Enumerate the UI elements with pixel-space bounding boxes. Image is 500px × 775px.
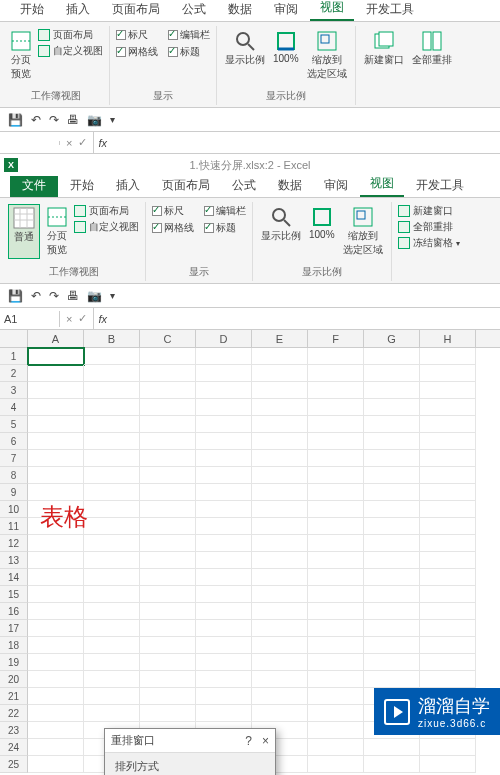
cell[interactable] <box>420 620 476 637</box>
cell[interactable] <box>308 671 364 688</box>
chk-formula-bar-2[interactable]: 编辑栏 <box>204 204 246 218</box>
cell[interactable] <box>140 501 196 518</box>
qat-customize-icon[interactable]: ▾ <box>110 114 115 125</box>
cell[interactable] <box>364 450 420 467</box>
col-header[interactable]: E <box>252 330 308 347</box>
col-header[interactable]: B <box>84 330 140 347</box>
cell[interactable] <box>140 637 196 654</box>
dialog-help-button[interactable]: ? <box>245 734 252 748</box>
row-header[interactable]: 17 <box>0 620 28 637</box>
cell[interactable] <box>308 518 364 535</box>
zoom-selection-button-2[interactable]: 缩放到 选定区域 <box>341 204 385 259</box>
cell[interactable] <box>252 416 308 433</box>
chk-gridlines[interactable]: 网格线 <box>116 45 158 59</box>
cell[interactable] <box>84 654 140 671</box>
cell[interactable] <box>364 739 420 756</box>
chk-headings-2[interactable]: 标题 <box>204 221 246 235</box>
cell[interactable] <box>140 569 196 586</box>
cell[interactable] <box>420 654 476 671</box>
page-layout-button-2[interactable]: 页面布局 <box>74 204 139 218</box>
cell[interactable] <box>28 654 84 671</box>
zoom-100-button[interactable]: 100% <box>271 28 301 83</box>
cell[interactable] <box>252 518 308 535</box>
zoom-selection-button[interactable]: 缩放到 选定区域 <box>305 28 349 83</box>
cell[interactable] <box>252 348 308 365</box>
cell[interactable] <box>420 416 476 433</box>
cell[interactable] <box>364 399 420 416</box>
cell[interactable] <box>308 705 364 722</box>
col-header[interactable]: F <box>308 330 364 347</box>
row-header[interactable]: 6 <box>0 433 28 450</box>
tab2-start[interactable]: 开始 <box>60 174 104 197</box>
cell[interactable] <box>252 586 308 603</box>
cell[interactable] <box>364 620 420 637</box>
cell[interactable] <box>28 739 84 756</box>
row-header[interactable]: 10 <box>0 501 28 518</box>
cell[interactable] <box>364 382 420 399</box>
qat-redo-icon[interactable]: ↷ <box>49 289 59 303</box>
select-all-corner[interactable] <box>0 330 28 347</box>
cell[interactable] <box>420 552 476 569</box>
cell[interactable] <box>84 603 140 620</box>
cell[interactable] <box>140 416 196 433</box>
page-layout-button[interactable]: 页面布局 <box>38 28 103 42</box>
new-window-button[interactable]: 新建窗口 <box>362 28 406 69</box>
col-header[interactable]: D <box>196 330 252 347</box>
cell[interactable] <box>420 484 476 501</box>
name-box-2[interactable]: A1 <box>0 311 60 327</box>
row-header[interactable]: 7 <box>0 450 28 467</box>
cell[interactable] <box>196 586 252 603</box>
cell[interactable] <box>140 467 196 484</box>
tab2-formulas[interactable]: 公式 <box>222 174 266 197</box>
cell[interactable] <box>420 365 476 382</box>
cell[interactable] <box>252 654 308 671</box>
cell[interactable] <box>252 467 308 484</box>
custom-views-button[interactable]: 自定义视图 <box>38 44 103 58</box>
row-header[interactable]: 3 <box>0 382 28 399</box>
cell[interactable] <box>420 467 476 484</box>
cell[interactable] <box>420 501 476 518</box>
cell[interactable] <box>364 365 420 382</box>
row-header[interactable]: 15 <box>0 586 28 603</box>
cell[interactable] <box>140 688 196 705</box>
cell[interactable] <box>28 535 84 552</box>
cell[interactable] <box>196 671 252 688</box>
tab-review[interactable]: 审阅 <box>264 0 308 21</box>
fx-label[interactable]: fx <box>94 137 107 149</box>
cell[interactable] <box>140 603 196 620</box>
cell[interactable] <box>140 620 196 637</box>
chk-ruler[interactable]: 标尺 <box>116 28 158 42</box>
cell[interactable] <box>196 399 252 416</box>
qat-redo-icon[interactable]: ↷ <box>49 113 59 127</box>
cell[interactable] <box>364 552 420 569</box>
col-header[interactable]: H <box>420 330 476 347</box>
tab-start[interactable]: 开始 <box>10 0 54 21</box>
row-header[interactable]: 19 <box>0 654 28 671</box>
cell[interactable] <box>28 671 84 688</box>
page-break-preview-button-2[interactable]: 分页 预览 <box>44 204 70 259</box>
cell[interactable] <box>252 450 308 467</box>
chk-ruler-2[interactable]: 标尺 <box>152 204 194 218</box>
row-header[interactable]: 22 <box>0 705 28 722</box>
cell[interactable] <box>308 552 364 569</box>
cell[interactable] <box>364 586 420 603</box>
qat-print-icon[interactable]: 🖶 <box>67 289 79 303</box>
cell[interactable] <box>308 637 364 654</box>
normal-view-button[interactable]: 普通 <box>8 204 40 259</box>
zoom-100-button-2[interactable]: 100% <box>307 204 337 259</box>
cell[interactable] <box>196 433 252 450</box>
row-header[interactable]: 23 <box>0 722 28 739</box>
cell[interactable] <box>420 569 476 586</box>
cell[interactable] <box>364 501 420 518</box>
cell[interactable] <box>252 501 308 518</box>
row-header[interactable]: 13 <box>0 552 28 569</box>
cell[interactable] <box>84 671 140 688</box>
cell[interactable] <box>308 450 364 467</box>
cell[interactable] <box>28 399 84 416</box>
cell[interactable] <box>84 450 140 467</box>
cell[interactable] <box>420 756 476 773</box>
cell[interactable] <box>308 603 364 620</box>
chk-gridlines-2[interactable]: 网格线 <box>152 221 194 235</box>
cancel-icon[interactable]: × <box>66 137 72 149</box>
cell[interactable] <box>28 722 84 739</box>
